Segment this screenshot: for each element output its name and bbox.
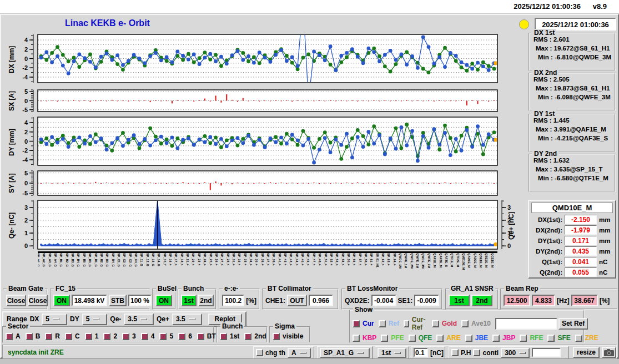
che1-out-button[interactable]: OUT bbox=[287, 295, 307, 306]
device-dropdown[interactable]: SP_A1_G bbox=[320, 348, 370, 358]
show-sfe-checkbox[interactable] bbox=[547, 335, 555, 342]
conti-checkbox[interactable] bbox=[473, 349, 480, 356]
resize-button[interactable]: resize bbox=[573, 347, 600, 358]
dropdown-indicator-icon bbox=[189, 318, 195, 320]
x-axis-label: QWFE_3M bbox=[427, 253, 431, 268]
beam-gate-close-1-button[interactable]: Close bbox=[6, 295, 26, 306]
show-ave10-checkbox[interactable] bbox=[461, 320, 469, 327]
set-ref-button[interactable]: Set Ref bbox=[558, 318, 588, 330]
fc15-stb-button[interactable]: STB bbox=[109, 295, 127, 306]
x-axis-labels: SP_A1_GSP_A2_GSP_A3_GSP_A4_GSP_B1_GSP_B2… bbox=[38, 253, 497, 287]
sector-4-checkbox[interactable] bbox=[141, 333, 148, 340]
svg-text:0: 0 bbox=[24, 55, 28, 62]
camera-icon bbox=[604, 349, 614, 356]
fc15-group: FC_15 ON 18.498 kV STB 100 % bbox=[50, 289, 150, 310]
show-jbp-checkbox[interactable] bbox=[492, 335, 500, 342]
range-dy-dropdown[interactable]: 5 bbox=[82, 314, 108, 325]
sector-1-checkbox[interactable] bbox=[85, 333, 92, 340]
fc15-on-button[interactable]: ON bbox=[53, 295, 70, 306]
sector-5-checkbox[interactable] bbox=[159, 333, 167, 340]
sy-axis-label: SY [A] bbox=[8, 170, 16, 196]
x-axis-label: SP_53_4 bbox=[335, 253, 339, 266]
extra-input[interactable] bbox=[532, 348, 561, 357]
x-axis-label: QTF1E_M bbox=[450, 253, 454, 267]
range-dx-dropdown[interactable]: 5 bbox=[42, 314, 67, 325]
window-bottom-strip bbox=[0, 358, 619, 364]
show-ref-checkbox[interactable] bbox=[379, 320, 386, 327]
sigma-visible-checkbox[interactable] bbox=[273, 333, 280, 340]
beam-gate-group: Beam Gate Close Close bbox=[3, 289, 48, 310]
sector-6-checkbox[interactable] bbox=[178, 333, 185, 340]
sector-A-checkbox[interactable] bbox=[6, 333, 13, 340]
range-qe-plus-dropdown[interactable]: 3.5 bbox=[172, 314, 202, 325]
x-axis-label: SP_C1_G bbox=[117, 253, 120, 267]
sy-chart: 50-5 bbox=[17, 170, 523, 197]
sector-group: Sector ABRC123456BT bbox=[2, 326, 214, 343]
sector-3-checkbox[interactable] bbox=[122, 333, 129, 340]
x-axis-label: QWDE_1M bbox=[399, 253, 402, 269]
svg-text:2: 2 bbox=[24, 129, 28, 135]
x-axis-label: SP_52_4 bbox=[330, 253, 333, 266]
x-axis-label: QAD2E_M bbox=[474, 253, 477, 268]
show-are-checkbox[interactable] bbox=[436, 335, 444, 342]
dy2-rms: 1.632 bbox=[553, 157, 570, 164]
svg-text:4: 4 bbox=[24, 37, 28, 43]
gr-a1-snsr-group: GR_A1 SNSR 1st 2nd bbox=[445, 289, 499, 310]
sector-2-checkbox[interactable] bbox=[103, 333, 110, 340]
monitor-dy2nd-value: 0.435 bbox=[565, 246, 597, 256]
sector-R-checkbox[interactable] bbox=[45, 333, 52, 340]
monitor-dy1st-value: 0.171 bbox=[565, 236, 597, 245]
qe-chart: 01230123 bbox=[17, 199, 523, 251]
x-axis-label: SP_35_4 bbox=[255, 253, 258, 266]
ref-name-input[interactable] bbox=[495, 318, 557, 330]
ph-checkbox[interactable] bbox=[451, 349, 459, 356]
x-axis-label: SP_B5_G bbox=[83, 253, 86, 267]
points-dropdown[interactable]: 300 bbox=[501, 348, 530, 358]
monitor-dx1st-value: -2.150 bbox=[565, 215, 597, 224]
sector-B-checkbox[interactable] bbox=[26, 333, 33, 340]
bunch-2nd-button[interactable]: 2nd bbox=[198, 295, 214, 306]
show-jbe-label: JBE bbox=[475, 334, 488, 342]
sector-C-checkbox[interactable] bbox=[65, 333, 72, 340]
show-pfe-checkbox[interactable] bbox=[381, 335, 388, 342]
beam-gate-close-2-button[interactable]: Close bbox=[28, 295, 48, 306]
x-axis-label: QBE2E_M bbox=[485, 253, 488, 267]
x-axis-label: QCE1E_M bbox=[491, 253, 494, 267]
bunch-dropdown[interactable]: 1st bbox=[378, 348, 406, 358]
show-ref-label: Ref bbox=[389, 320, 399, 327]
svg-text:5: 5 bbox=[24, 170, 28, 176]
show-zre-checkbox[interactable] bbox=[575, 335, 582, 342]
sigma-visible-label: visible bbox=[283, 332, 303, 340]
sector-3-label: 3 bbox=[132, 332, 136, 340]
show-ave10-label: Ave10 bbox=[471, 320, 491, 327]
dy-1st-stats-panel: DY 1st RMS : 1.445 Max : 3.991@QAF1E_M M… bbox=[529, 114, 616, 152]
sector-A-label: A bbox=[16, 332, 21, 340]
snsr-1st-button[interactable]: 1st bbox=[449, 295, 470, 306]
chg-th-dropdown[interactable]: A bbox=[288, 348, 311, 358]
bunch-1st-checkbox[interactable] bbox=[220, 333, 227, 340]
busel-on-button[interactable]: ON bbox=[155, 295, 172, 306]
bunch-2nd-checkbox[interactable] bbox=[244, 333, 251, 340]
x-axis-label: SP_R3_G bbox=[105, 253, 109, 267]
x-axis-label: SP_15_T bbox=[163, 253, 167, 266]
x-axis-label: SP_57_4 bbox=[359, 253, 362, 266]
show-kbp-checkbox[interactable] bbox=[353, 335, 360, 342]
snsr-2nd-button[interactable]: 2nd bbox=[471, 295, 492, 306]
bunch-1st-button[interactable]: 1st bbox=[181, 295, 197, 306]
show-qfe-checkbox[interactable] bbox=[409, 335, 416, 342]
show-cur-checkbox[interactable] bbox=[353, 320, 360, 327]
show-gold-checkbox[interactable] bbox=[432, 320, 439, 327]
threshold-input[interactable] bbox=[414, 348, 428, 357]
x-axis-label: SP_C4_G bbox=[134, 253, 138, 267]
range-qe-minus-dropdown[interactable]: 3.5 bbox=[124, 314, 154, 325]
show-cur-ref-checkbox[interactable] bbox=[404, 320, 409, 327]
sector-BT-checkbox[interactable] bbox=[197, 333, 204, 340]
svg-text:-4: -4 bbox=[22, 156, 28, 163]
chg-th-checkbox[interactable] bbox=[256, 349, 263, 356]
show-rfe-checkbox[interactable] bbox=[520, 335, 527, 342]
page-title: Linac KEKB e- Orbit bbox=[65, 18, 150, 28]
x-axis-label: SP_A3_G bbox=[48, 253, 52, 267]
show-jbe-checkbox[interactable] bbox=[465, 335, 472, 342]
status-message: syncdata init ZRE bbox=[8, 348, 64, 356]
screenshot-button[interactable] bbox=[602, 347, 616, 358]
